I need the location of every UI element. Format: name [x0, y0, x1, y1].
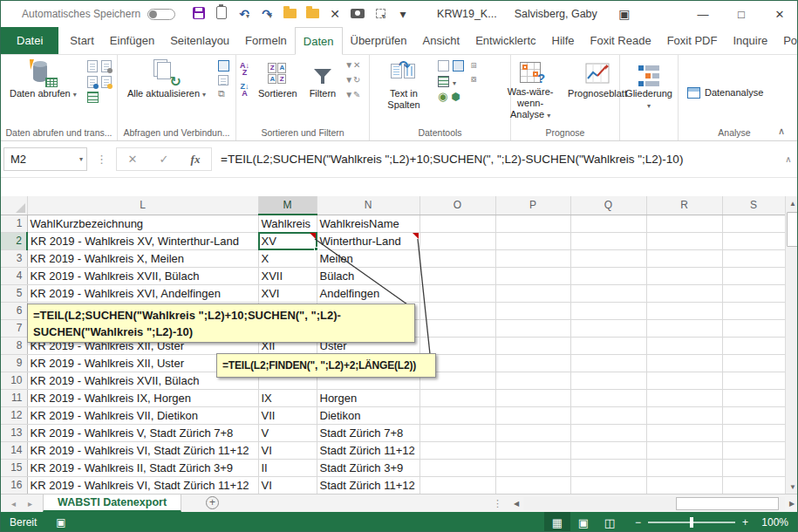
column-header-l[interactable]: L: [27, 196, 258, 215]
row-header-12[interactable]: 12: [1, 406, 27, 424]
user-name[interactable]: Salvisberg, Gaby: [515, 8, 597, 20]
outline-button[interactable]: Gliederung▾: [622, 57, 676, 123]
workbook-connections-icon[interactable]: [218, 75, 228, 85]
close-button[interactable]: ✕: [760, 1, 798, 27]
sheet-tab-wabsti-datenexport[interactable]: WABSTI Datenexport: [43, 494, 181, 512]
customize-qat-button[interactable]: ▾: [392, 7, 414, 21]
remove-duplicates-icon[interactable]: [453, 60, 464, 72]
cell-O12[interactable]: [419, 406, 495, 424]
cell-R2[interactable]: [646, 232, 722, 249]
cell-L12[interactable]: KR 2019 - Wahlkreis VII, Dietikon: [27, 406, 258, 424]
flash-fill-icon[interactable]: [438, 60, 449, 72]
row-header-7[interactable]: 7: [1, 319, 27, 337]
row-header-1[interactable]: 1: [1, 215, 27, 232]
cell-N1[interactable]: WahlkreisName: [317, 215, 419, 232]
cell-R13[interactable]: [646, 424, 722, 441]
normal-view-icon[interactable]: ▦: [544, 512, 570, 532]
cell-P11[interactable]: [495, 389, 570, 406]
ribbon-tab-überprüfen[interactable]: Überprüfen: [343, 27, 415, 54]
row-header-9[interactable]: 9: [1, 354, 27, 372]
filter-button[interactable]: Filtern: [306, 57, 340, 123]
cell-N13[interactable]: Stadt Zürich 7+8: [317, 424, 419, 441]
data-validation-dropdown-icon[interactable]: ▾: [453, 79, 456, 87]
cell-L14[interactable]: KR 2019 - Wahlkreis VI, Stadt Zürich 11+…: [27, 441, 258, 459]
properties-icon[interactable]: [218, 60, 229, 72]
from-table-icon[interactable]: [87, 92, 99, 103]
ribbon-tab-hilfe[interactable]: Hilfe: [544, 27, 583, 54]
file-globe-icon[interactable]: [87, 76, 98, 88]
edit-links-icon[interactable]: ⧉: [218, 89, 229, 98]
cell-R10[interactable]: [646, 372, 722, 389]
cell-R7[interactable]: [646, 319, 722, 337]
cell-O5[interactable]: [419, 284, 495, 302]
ribbon-display-options-button[interactable]: ▣: [613, 7, 636, 21]
cell-P9[interactable]: [495, 354, 570, 372]
zoom-in-icon[interactable]: +: [742, 516, 748, 529]
cell-N2[interactable]: Winterthur-Land: [317, 232, 419, 249]
undo-dropdown-icon[interactable]: ▾: [246, 12, 249, 20]
scrollbar-resize-icon[interactable]: ⋮: [493, 498, 502, 509]
cell-P4[interactable]: [495, 267, 570, 284]
add-sheet-button[interactable]: +: [206, 496, 219, 509]
scroll-down-icon[interactable]: ▼: [786, 480, 798, 494]
cell-Q14[interactable]: [570, 441, 646, 459]
manage-data-model-icon[interactable]: ⬢: [451, 92, 460, 102]
cell-S3[interactable]: [722, 249, 785, 267]
cell-R16[interactable]: [646, 476, 722, 494]
column-header-o[interactable]: O: [419, 196, 495, 215]
file-clock-icon[interactable]: [101, 60, 112, 72]
refresh-all-button[interactable]: ↻ Alle aktualisieren ▾: [124, 57, 209, 123]
cell-R3[interactable]: [646, 249, 722, 267]
data-analysis-button[interactable]: Datenanalyse: [687, 62, 763, 123]
cell-L11[interactable]: KR 2019 - Wahlkreis IX, Horgen: [27, 389, 258, 406]
cell-M1[interactable]: Wahlkreis: [258, 215, 317, 232]
cell-S8[interactable]: [722, 337, 785, 354]
cell-S7[interactable]: [722, 319, 785, 337]
zoom-handle[interactable]: [690, 517, 693, 528]
zoom-level[interactable]: 100%: [757, 516, 788, 529]
cell-R4[interactable]: [646, 267, 722, 284]
cell-S14[interactable]: [722, 441, 785, 459]
cell-S12[interactable]: [722, 406, 785, 424]
cell-M12[interactable]: VII: [258, 406, 317, 424]
clear-filter-icon[interactable]: ▼✕: [344, 60, 360, 70]
relationships-icon[interactable]: ⧈: [471, 60, 477, 70]
cell-R11[interactable]: [646, 389, 722, 406]
page-layout-view-icon[interactable]: ▣: [570, 512, 597, 532]
zoom-track[interactable]: [648, 522, 735, 523]
new-folder-button[interactable]: [301, 7, 324, 21]
minimize-button[interactable]: —: [684, 1, 722, 27]
cell-M4[interactable]: XVII: [258, 267, 317, 284]
cell-L3[interactable]: KR 2019 - Wahlkreis X, Meilen: [27, 249, 258, 267]
cell-M2[interactable]: XV: [258, 232, 317, 249]
cell-Q12[interactable]: [570, 406, 646, 424]
ribbon-tab-foxit-pdf[interactable]: Foxit PDF: [659, 27, 726, 54]
cell-P15[interactable]: [495, 459, 570, 476]
row-header-14[interactable]: 14: [1, 441, 27, 459]
cell-S16[interactable]: [722, 476, 785, 494]
ribbon-tab-einfügen[interactable]: Einfügen: [102, 27, 162, 54]
cell-N14[interactable]: Stadt Zürich 11+12: [317, 441, 419, 459]
scroll-right-icon[interactable]: ▶: [785, 500, 798, 508]
row-header-8[interactable]: 8: [1, 337, 27, 354]
cell-Q13[interactable]: [570, 424, 646, 441]
reapply-filter-icon[interactable]: ▼↻: [344, 75, 360, 85]
ribbon-tab-datei[interactable]: Datei: [1, 27, 58, 54]
cell-Q2[interactable]: [570, 232, 646, 249]
cell-M3[interactable]: X: [258, 249, 317, 267]
get-data-button[interactable]: Daten abrufen ▾: [6, 57, 80, 123]
row-header-2[interactable]: 2: [1, 232, 27, 249]
cell-N15[interactable]: Stadt Zürich 3+9: [317, 459, 419, 476]
cell-S13[interactable]: [722, 424, 785, 441]
horizontal-scrollbar[interactable]: ⋮ ◀ ▶: [493, 494, 798, 513]
redo-button[interactable]: ↷▾: [256, 7, 278, 21]
text-to-columns-button[interactable]: ↷ Text in Spalten: [377, 57, 431, 123]
consolidate-icon[interactable]: ◉: [438, 92, 447, 102]
group-ungroup-icon[interactable]: ⧇: [471, 74, 477, 84]
expand-formula-bar-icon[interactable]: ∧: [778, 154, 798, 164]
ribbon-tab-ansicht[interactable]: Ansicht: [415, 27, 468, 54]
row-header-3[interactable]: 3: [1, 249, 27, 267]
select-dropdown-icon[interactable]: ▾: [382, 12, 385, 20]
row-header-5[interactable]: 5: [1, 284, 27, 302]
cell-M5[interactable]: XVI: [258, 284, 317, 302]
